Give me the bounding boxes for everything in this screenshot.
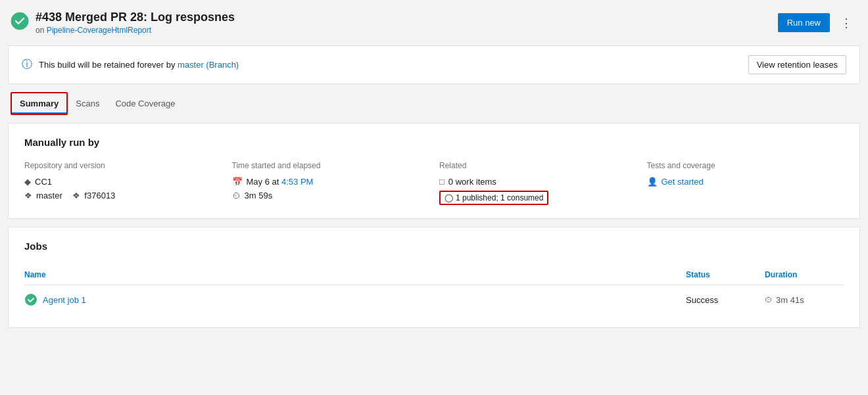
summary-grid: Repository and version ◆ CC1 ❖ master ❖ …: [24, 161, 844, 205]
summary-card-title: Manually run by: [24, 137, 844, 148]
artifacts-icon: ◯: [445, 193, 453, 202]
job-name-cell: Agent job 1: [24, 293, 686, 306]
elapsed-time: 3m 59s: [245, 191, 273, 200]
branch-link[interactable]: master (Branch): [178, 60, 239, 70]
success-icon: [11, 12, 29, 30]
retention-banner: ⓘ This build will be retained forever by…: [8, 45, 860, 84]
commit-icon: ❖: [72, 191, 80, 200]
job-duration: ⏲ 3m 41s: [765, 285, 844, 315]
artifacts-badge: ◯ 1 published; 1 consumed: [439, 191, 548, 205]
commit-hash: f376013: [84, 191, 115, 200]
col-header-status: Status: [686, 265, 765, 285]
work-items-icon: □: [439, 177, 445, 187]
repo-name: CC1: [35, 177, 52, 187]
info-icon: ⓘ: [22, 58, 32, 72]
repo-diamond-icon: ◆: [24, 177, 31, 187]
view-retention-leases-button[interactable]: View retention leases: [748, 55, 846, 74]
get-started-item: 👤 Get started: [647, 177, 844, 187]
banner-content: ⓘ This build will be retained forever by…: [22, 58, 239, 72]
related-col: Related □ 0 work items ◯ 1 published; 1 …: [439, 161, 637, 205]
elapsed-clock-icon: ⏲: [232, 191, 241, 200]
jobs-table: Name Status Duration Agent job 1 Success…: [24, 265, 844, 314]
artifacts-count: 1 published; 1 consumed: [456, 193, 543, 202]
time-col: Time started and elapsed 📅 May 6 at 4:53…: [232, 161, 429, 205]
tab-wrapper-summary: Summary: [11, 92, 68, 115]
banner-text: This build will be retained forever by m…: [39, 60, 239, 70]
table-row: Agent job 1 Success ⏲ 3m 41s: [24, 285, 844, 315]
branch-commit-item: ❖ master ❖ f376013: [24, 191, 222, 200]
run-new-button[interactable]: Run new: [778, 13, 830, 32]
repo-name-item: ◆ CC1: [24, 177, 222, 187]
header-right: Run new ⋮: [778, 13, 857, 32]
tab-summary[interactable]: Summary: [12, 93, 66, 114]
svg-point-1: [25, 294, 37, 306]
tests-col: Tests and coverage 👤 Get started: [647, 161, 844, 205]
work-items-count: 0 work items: [448, 177, 496, 187]
work-items-item: □ 0 work items: [439, 177, 637, 187]
person-icon: 👤: [647, 177, 658, 187]
tests-col-label: Tests and coverage: [647, 161, 844, 170]
page-header: #438 Merged PR 28: Log resposnes on Pipe…: [8, 11, 860, 35]
job-success-icon: [24, 293, 37, 306]
branch-name: master: [36, 191, 62, 200]
svg-point-0: [11, 12, 28, 30]
tab-scans[interactable]: Scans: [68, 93, 107, 114]
tab-code-coverage[interactable]: Code Coverage: [107, 93, 183, 114]
elapsed-item: ⏲ 3m 59s: [232, 191, 429, 200]
header-left: #438 Merged PR 28: Log resposnes on Pipe…: [11, 11, 235, 35]
col-header-duration: Duration: [765, 265, 844, 285]
duration-value: 3m 41s: [776, 295, 804, 305]
job-status: Success: [686, 285, 765, 315]
related-col-label: Related: [439, 161, 637, 170]
jobs-table-header-row: Name Status Duration: [24, 265, 844, 285]
header-subtitle: on Pipeline-CoverageHtmlReport: [36, 26, 235, 35]
time-col-label: Time started and elapsed: [232, 161, 429, 170]
job-name-link[interactable]: Agent job 1: [43, 295, 86, 305]
branch-icon: ❖: [24, 191, 32, 200]
repo-version-col: Repository and version ◆ CC1 ❖ master ❖ …: [24, 161, 222, 205]
page-title: #438 Merged PR 28: Log resposnes: [36, 11, 235, 24]
more-options-button[interactable]: ⋮: [835, 14, 857, 32]
summary-card: Manually run by Repository and version ◆…: [8, 123, 860, 219]
col-header-name: Name: [24, 265, 686, 285]
pipeline-link[interactable]: Pipeline-CoverageHtmlReport: [47, 26, 151, 35]
get-started-link[interactable]: Get started: [662, 177, 704, 187]
header-title-group: #438 Merged PR 28: Log resposnes on Pipe…: [36, 11, 235, 35]
time-started: May 6 at 4:53 PM: [247, 177, 314, 187]
repo-col-label: Repository and version: [24, 161, 222, 170]
duration-clock-icon: ⏲: [765, 295, 773, 304]
time-started-item: 📅 May 6 at 4:53 PM: [232, 177, 429, 187]
jobs-card-title: Jobs: [24, 241, 844, 252]
calendar-icon: 📅: [232, 177, 243, 187]
jobs-card: Jobs Name Status Duration Agent job 1 Su…: [8, 227, 860, 328]
tabs-bar: Summary Scans Code Coverage: [8, 92, 860, 115]
